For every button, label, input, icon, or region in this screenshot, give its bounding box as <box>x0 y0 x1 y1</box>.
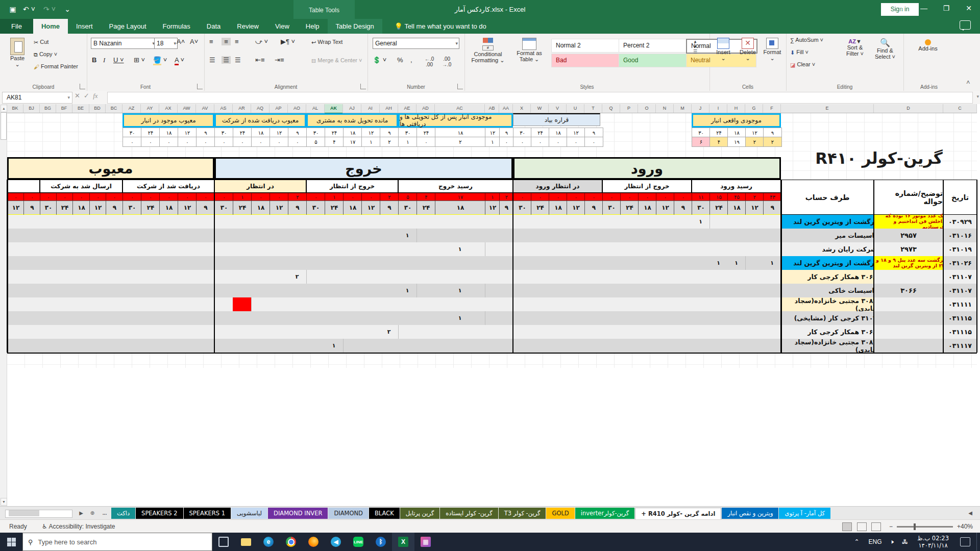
data-cell[interactable] <box>620 229 639 243</box>
data-cell[interactable] <box>692 325 710 339</box>
data-cell[interactable] <box>251 284 270 298</box>
data-cell[interactable] <box>270 270 288 284</box>
data-cell[interactable] <box>306 215 325 229</box>
data-cell[interactable] <box>709 215 728 229</box>
data-cell[interactable] <box>343 339 362 353</box>
date-cell[interactable]: ۰۳۱۰۱۹ <box>943 242 977 257</box>
data-cell[interactable] <box>584 256 603 270</box>
data-cell[interactable] <box>325 270 344 284</box>
column-headers[interactable]: BKBJBGBFBEBDBCAZAYAXAWAVASARAQAPAOALAKAJ… <box>7 104 977 113</box>
data-cell[interactable] <box>416 242 435 257</box>
excel-taskbar-icon[interactable]: X <box>392 533 414 551</box>
column-header-AR[interactable]: AR <box>233 104 251 113</box>
data-cell[interactable] <box>72 256 90 270</box>
account-cell[interactable]: ۳۰۸۷ مجتبی خانزاده(سجاد عابدی) <box>781 339 880 353</box>
data-cell[interactable] <box>178 284 197 298</box>
sheet-tab-[interactable]: ویترین و نقص انبار <box>722 508 778 519</box>
data-cell[interactable] <box>620 215 639 229</box>
date-cell[interactable]: ۰۳۱۱۱۵ <box>943 325 977 339</box>
data-cell[interactable] <box>233 256 252 270</box>
data-cell[interactable] <box>178 242 197 257</box>
data-cell[interactable] <box>196 339 215 353</box>
data-cell[interactable] <box>602 229 621 243</box>
collapse-ribbon-icon[interactable]: ˄ <box>966 79 970 86</box>
data-cell[interactable] <box>674 242 692 257</box>
data-cell[interactable] <box>159 325 178 339</box>
data-cell[interactable] <box>584 242 603 257</box>
data-cell[interactable] <box>178 339 197 353</box>
data-cell[interactable] <box>549 256 567 270</box>
data-cell[interactable] <box>692 270 710 284</box>
data-cell[interactable] <box>251 242 270 257</box>
tab-scroll-right-icon[interactable]: ▶ <box>76 508 87 519</box>
data-cell[interactable] <box>416 256 435 270</box>
data-cell[interactable] <box>72 242 90 257</box>
data-cell[interactable] <box>233 339 252 353</box>
data-cell[interactable] <box>288 215 307 229</box>
firefox-icon[interactable] <box>302 533 325 551</box>
data-cell[interactable] <box>692 242 710 257</box>
data-cell[interactable] <box>251 339 270 353</box>
data-cell[interactable] <box>270 325 288 339</box>
data-cell[interactable] <box>620 270 639 284</box>
column-header-AX[interactable]: AX <box>159 104 178 113</box>
data-cell[interactable] <box>531 284 549 298</box>
date-cell[interactable]: ۰۳۱۱۰۷ <box>943 270 977 284</box>
data-cell[interactable] <box>89 256 106 270</box>
data-cell[interactable] <box>584 297 603 312</box>
data-cell[interactable] <box>325 325 344 339</box>
data-cell[interactable] <box>656 297 674 312</box>
data-cell[interactable] <box>343 311 362 325</box>
find-select-button[interactable]: 🔍Find & Select ˅ <box>871 38 899 60</box>
comments-icon[interactable] <box>960 20 971 30</box>
data-cell[interactable] <box>620 297 639 312</box>
data-cell[interactable] <box>485 325 500 339</box>
data-cell[interactable] <box>122 325 141 339</box>
data-cell[interactable] <box>233 284 252 298</box>
align-left-icon[interactable]: ☰ <box>209 56 215 64</box>
data-cell[interactable] <box>270 297 288 312</box>
data-cell[interactable] <box>567 311 585 325</box>
bluetooth-icon[interactable]: ᛒ <box>370 533 392 551</box>
data-cell[interactable] <box>196 311 215 325</box>
normal-view-icon[interactable] <box>842 522 852 531</box>
data-cell[interactable] <box>620 256 639 270</box>
data-cell[interactable] <box>56 339 73 353</box>
formula-input[interactable] <box>107 92 973 104</box>
data-cell[interactable] <box>343 284 362 298</box>
column-header-AB[interactable]: AB <box>485 104 499 113</box>
data-cell[interactable] <box>513 229 531 243</box>
data-cell[interactable] <box>656 339 674 353</box>
number-format-combo[interactable]: General▾ <box>373 38 459 49</box>
note-cell[interactable]: برگشت سه عدد پنل ۹ و ۱۸ و ۲۴ از ویترین گ… <box>874 256 947 270</box>
cell-style-normal-2[interactable]: Normal 2 <box>551 39 622 53</box>
data-cell[interactable] <box>638 325 656 339</box>
data-cell[interactable] <box>106 256 123 270</box>
column-header-O[interactable]: O <box>638 104 656 113</box>
data-cell[interactable] <box>531 311 549 325</box>
clear-button[interactable]: ◪ Clear ˅ <box>790 61 815 68</box>
sheet-tab-[interactable]: لباسشویی <box>231 508 267 519</box>
chrome-icon[interactable] <box>280 533 302 551</box>
data-cell[interactable] <box>106 311 123 325</box>
increase-decimal-icon[interactable]: ←.0.00 <box>425 56 434 67</box>
scroll-up-icon[interactable]: ▲ <box>1 105 7 112</box>
data-cell[interactable] <box>40 270 57 284</box>
data-cell[interactable] <box>306 229 325 243</box>
data-cell[interactable] <box>416 339 435 353</box>
delete-cells-button[interactable]: ✕Delete⌄ <box>736 38 760 62</box>
data-cell[interactable] <box>56 242 73 257</box>
data-cell[interactable] <box>398 256 417 270</box>
data-cell[interactable] <box>56 297 73 312</box>
data-cell[interactable] <box>178 256 197 270</box>
data-cell[interactable] <box>40 256 57 270</box>
hidden-icons-chevron[interactable]: ⌃ <box>854 538 859 545</box>
date-cell[interactable]: ۰۳۱۱۰۷ <box>943 284 977 298</box>
data-cell[interactable] <box>106 215 123 229</box>
column-header-F[interactable]: F <box>763 104 781 113</box>
data-cell[interactable] <box>288 229 307 243</box>
data-cell[interactable] <box>56 284 73 298</box>
telegram-icon[interactable]: ◀ <box>325 533 347 551</box>
data-cell[interactable] <box>398 325 417 339</box>
data-cell[interactable] <box>361 284 380 298</box>
